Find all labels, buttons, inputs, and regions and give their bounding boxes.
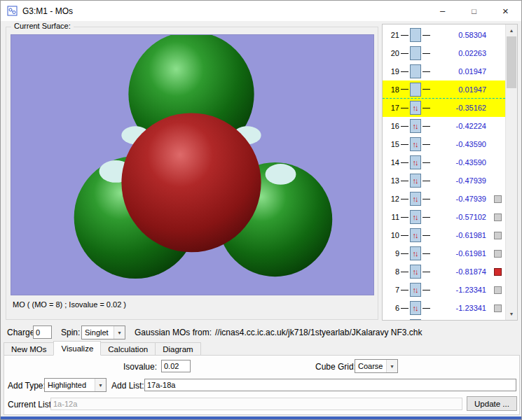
- add-list-input[interactable]: [144, 379, 516, 391]
- molecule-render: [11, 35, 373, 295]
- add-list-label: Add List:: [111, 381, 144, 391]
- mo-row[interactable]: 6↑↓-1.23341: [383, 299, 505, 317]
- orbital-box[interactable]: ↑↓: [410, 319, 421, 320]
- mo-row[interactable]: 180.01947: [383, 80, 505, 99]
- charge-spin-row: Charge: Spin: Singlet ▾ Gaussian MOs fro…: [1, 325, 521, 342]
- orbital-box[interactable]: [410, 64, 421, 78]
- mo-row[interactable]: 16↑↓-0.42224: [383, 117, 505, 135]
- orbital-box[interactable]: ↑↓: [410, 265, 421, 279]
- level-line: [423, 181, 430, 181]
- level-line: [401, 272, 408, 272]
- cube-grid-select[interactable]: Coarse ▾: [355, 359, 398, 373]
- scroll-down-button[interactable]: ▼: [506, 308, 517, 320]
- scroll-up-button[interactable]: ▲: [506, 24, 517, 36]
- tab-visualize[interactable]: Visualize: [53, 341, 101, 356]
- level-line: [423, 89, 430, 90]
- tab-new-mos[interactable]: New MOs: [4, 342, 54, 356]
- orbital-box[interactable]: [410, 28, 421, 42]
- title-bar[interactable]: G3:M1 - MOs – □ ×: [1, 1, 521, 21]
- mo-row[interactable]: 210.58304: [383, 26, 505, 44]
- mo-display-checkbox[interactable]: [494, 304, 502, 312]
- spin-select[interactable]: Singlet ▾: [81, 326, 125, 340]
- isovalue-input[interactable]: [161, 360, 191, 372]
- level-line: [401, 290, 408, 290]
- mo-row[interactable]: 190.01947: [383, 62, 505, 80]
- level-line: [401, 181, 408, 181]
- mo-row[interactable]: 9↑↓-0.61981: [383, 244, 505, 262]
- mo-number: 14: [384, 158, 399, 167]
- gaussian-source-text: Gaussian MOs from://icnas4.cc.ic.ac.uk/j…: [135, 328, 423, 337]
- mo-energy: -0.42224: [432, 122, 486, 130]
- mo-number: 13: [384, 176, 399, 185]
- orbital-box[interactable]: ↑↓: [410, 301, 421, 315]
- mo-row[interactable]: 7↑↓-1.23341: [383, 281, 505, 299]
- orbital-box[interactable]: ↑↓: [410, 192, 421, 206]
- tab-calculation[interactable]: Calculation: [100, 342, 156, 356]
- mo-energy: -0.43590: [432, 158, 486, 167]
- orbital-box[interactable]: ↑↓: [410, 210, 421, 224]
- orbital-box[interactable]: ↑↓: [410, 137, 421, 151]
- cube-grid-value: Coarse: [355, 362, 386, 370]
- level-line: [401, 199, 408, 200]
- level-line: [423, 71, 430, 72]
- checkbox-slot: [494, 85, 502, 94]
- add-type-select[interactable]: Highlighted ▾: [44, 378, 107, 392]
- mo-row[interactable]: 5↑↓-1.25080: [383, 317, 505, 320]
- red-lobe-center: [121, 113, 261, 252]
- mo-list-panel: 210.58304200.02263190.01947180.0194717↑↓…: [382, 24, 518, 321]
- orbital-box[interactable]: [410, 46, 421, 60]
- orbital-box[interactable]: ↑↓: [410, 155, 421, 169]
- mo-list-scrollbar[interactable]: ▲ ▼: [505, 24, 517, 320]
- visualize-tab-panel: Isovalue: Cube Grid: Coarse ▾ Add Type: …: [4, 355, 520, 415]
- current-list-label: Current List:: [8, 400, 53, 410]
- checkbox-slot: [494, 249, 502, 258]
- mo-row[interactable]: 8↑↓-0.81874: [383, 262, 505, 281]
- orbital-box[interactable]: [410, 83, 421, 97]
- level-line: [423, 235, 430, 236]
- orbital-box[interactable]: ↑↓: [410, 119, 421, 133]
- spin-down-icon: ↓: [415, 231, 419, 239]
- mo-row[interactable]: 13↑↓-0.47939: [383, 172, 505, 190]
- mo-row[interactable]: 200.02263: [383, 44, 505, 62]
- mo-row[interactable]: 17↑↓-0.35162: [383, 99, 505, 117]
- mo-number: 11: [384, 213, 399, 221]
- level-line: [423, 272, 430, 272]
- mo-display-checkbox[interactable]: [494, 214, 502, 221]
- spin-label: Spin:: [61, 328, 80, 337]
- close-button[interactable]: ×: [490, 1, 521, 21]
- orbital-box[interactable]: ↑↓: [410, 246, 421, 260]
- mo-row[interactable]: 11↑↓-0.57102: [383, 208, 505, 226]
- checkbox-slot: [494, 304, 502, 312]
- maximize-button[interactable]: □: [458, 1, 490, 21]
- mo-row[interactable]: 10↑↓-0.61981: [383, 226, 505, 244]
- spin-down-icon: ↓: [415, 249, 419, 258]
- window-title: G3:M1 - MOs: [22, 6, 73, 16]
- surface-caption: MO ( (MO = 8) ; Isovalue = 0.02 ): [13, 300, 126, 309]
- mo-surface-view[interactable]: [11, 34, 374, 295]
- level-line: [401, 35, 408, 36]
- mo-display-checkbox[interactable]: [494, 250, 502, 258]
- mo-display-checkbox[interactable]: [494, 195, 502, 203]
- mo-display-checkbox[interactable]: [494, 268, 502, 276]
- scrollbar-thumb[interactable]: [507, 36, 516, 88]
- chevron-down-icon: ▾: [114, 326, 125, 339]
- checkbox-slot: [494, 104, 502, 112]
- orbital-box[interactable]: ↑↓: [410, 283, 421, 297]
- orbital-box[interactable]: ↑↓: [410, 228, 421, 242]
- charge-input[interactable]: [33, 326, 52, 339]
- mo-row[interactable]: 12↑↓-0.47939: [383, 190, 505, 208]
- orbital-box[interactable]: ↑↓: [410, 174, 421, 188]
- minimize-button[interactable]: –: [427, 1, 458, 21]
- mo-row[interactable]: 14↑↓-0.43590: [383, 153, 505, 172]
- checkbox-slot: [494, 231, 502, 239]
- orbital-box[interactable]: ↑↓: [410, 101, 421, 115]
- app-icon: [7, 6, 18, 16]
- mo-row[interactable]: 15↑↓-0.43590: [383, 135, 505, 153]
- update-button[interactable]: Update ...: [467, 396, 517, 411]
- tab-diagram[interactable]: Diagram: [155, 342, 200, 356]
- spin-down-icon: ↓: [415, 267, 419, 276]
- mo-energy: -0.35162: [432, 104, 486, 112]
- mo-display-checkbox[interactable]: [494, 232, 502, 239]
- level-line: [423, 53, 430, 54]
- mo-display-checkbox[interactable]: [494, 286, 502, 294]
